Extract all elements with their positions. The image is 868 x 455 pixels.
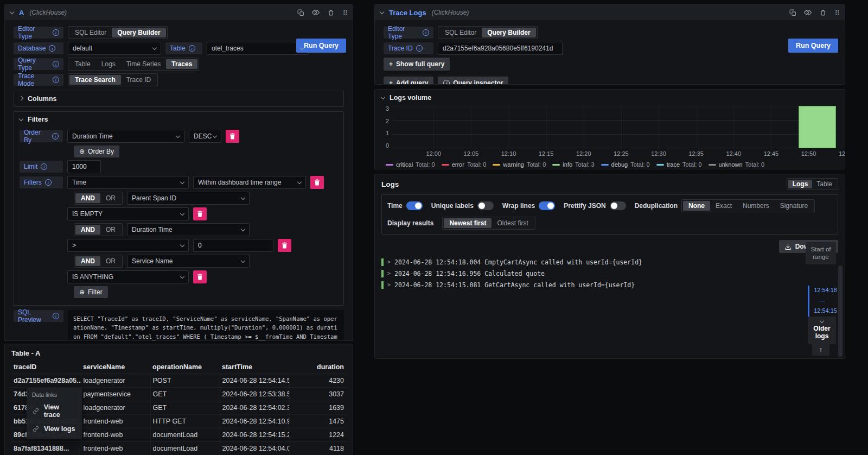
- delete-filter-button[interactable]: [193, 207, 207, 220]
- bool-or[interactable]: OR: [100, 225, 121, 235]
- expand-log-icon[interactable]: >: [387, 258, 391, 266]
- filter-field-select[interactable]: Service Name: [127, 255, 250, 268]
- trace-mode-group-trace-id[interactable]: Trace ID: [121, 75, 157, 85]
- context-menu-item-view-logs[interactable]: View logs: [27, 422, 82, 436]
- toggle-prettify-json[interactable]: [610, 201, 626, 210]
- info-icon[interactable]: i: [45, 179, 52, 186]
- trace-logs-header[interactable]: Trace Logs (ClickHouse) ⠿: [375, 5, 845, 20]
- copy-icon[interactable]: [789, 9, 796, 16]
- query-type-group-time-series[interactable]: Time Series: [121, 59, 167, 69]
- run-query-button[interactable]: Run Query: [788, 39, 838, 53]
- bool-and[interactable]: AND: [75, 256, 100, 266]
- filter-field-select[interactable]: Duration Time: [127, 223, 250, 236]
- legend-item-trace[interactable]: traceTotal: 0: [656, 161, 702, 168]
- run-query-button[interactable]: Run Query: [296, 39, 346, 53]
- deduplication-group-numbers[interactable]: Numbers: [737, 201, 775, 211]
- filter-operator-select[interactable]: IS EMPTY: [67, 207, 189, 220]
- column-header-duration[interactable]: duration: [289, 361, 347, 374]
- info-icon[interactable]: i: [49, 45, 55, 52]
- info-icon[interactable]: i: [53, 29, 59, 36]
- editor-type-group-sql-editor[interactable]: SQL Editor: [439, 28, 482, 37]
- display-results-group-newest-first[interactable]: Newest first: [444, 218, 492, 228]
- drag-handle-icon[interactable]: ⠿: [834, 9, 839, 17]
- context-menu-item-view-trace[interactable]: View trace: [27, 400, 82, 422]
- logs-view-toggle-table[interactable]: Table: [812, 180, 837, 188]
- query-type-group-traces[interactable]: Traces: [166, 59, 197, 69]
- log-range-indicator[interactable]: 12:54:18 — 12:54:15: [808, 286, 837, 319]
- legend-item-info[interactable]: infoTotal: 3: [552, 161, 594, 168]
- legend-item-error[interactable]: errorTotal: 0: [442, 161, 487, 168]
- editor-type-group-query-builder[interactable]: Query Builder: [482, 28, 535, 37]
- order-direction-select[interactable]: DESC: [189, 130, 221, 143]
- delete-filter-button[interactable]: [278, 239, 291, 252]
- editor-type-group-sql-editor[interactable]: SQL Editor: [69, 28, 112, 37]
- column-header-starttime[interactable]: startTime: [220, 361, 289, 374]
- bool-and[interactable]: AND: [75, 193, 100, 203]
- expand-log-icon[interactable]: >: [387, 270, 391, 277]
- delete-filter-button[interactable]: [193, 270, 207, 283]
- info-icon[interactable]: i: [53, 77, 59, 83]
- info-icon[interactable]: i: [423, 29, 429, 36]
- trash-icon[interactable]: [819, 9, 827, 16]
- info-icon[interactable]: i: [416, 45, 423, 52]
- bool-or[interactable]: OR: [100, 193, 121, 203]
- log-row[interactable]: >2024-06-28 12:54:16.956 Calculated quot…: [381, 270, 763, 277]
- copy-icon[interactable]: [297, 9, 304, 16]
- add-filter-button[interactable]: ⊕Filter: [74, 286, 108, 298]
- table-select[interactable]: otel_traces: [207, 42, 309, 55]
- delete-order-by-button[interactable]: [226, 130, 239, 143]
- trace-id-input[interactable]: d2a7155ef6a928a05680e5ff6190241d: [438, 42, 563, 55]
- toggle-time[interactable]: [406, 201, 423, 210]
- delete-time-filter-button[interactable]: [310, 176, 324, 189]
- time-filter-operator-select[interactable]: Within dashboard time range: [193, 176, 306, 189]
- editor-type-group-query-builder[interactable]: Query Builder: [112, 28, 165, 37]
- info-icon[interactable]: i: [52, 133, 59, 140]
- legend-item-unknown[interactable]: unknownTotal: 0: [709, 161, 765, 168]
- columns-section-header[interactable]: Columns: [20, 91, 338, 106]
- older-logs-button[interactable]: Older logs: [808, 317, 836, 344]
- info-icon[interactable]: i: [189, 45, 195, 52]
- collapse-chevron-icon[interactable]: [380, 9, 384, 14]
- logs-volume-header[interactable]: Logs volume: [375, 90, 845, 104]
- panel-a-header[interactable]: A (ClickHouse) ⠿: [5, 5, 353, 20]
- scroll-to-top-button[interactable]: ↑: [812, 343, 829, 356]
- plot-area[interactable]: 12:0012:0512:1012:1512:2012:2512:3012:35…: [392, 106, 837, 148]
- eye-icon[interactable]: [804, 9, 812, 16]
- info-icon[interactable]: i: [53, 61, 59, 67]
- toggle-unique-labels[interactable]: [477, 201, 494, 210]
- log-row[interactable]: >2024-06-28 12:54:18.004 EmptyCartAsync …: [381, 258, 763, 266]
- info-icon[interactable]: i: [53, 313, 59, 319]
- add-query-button[interactable]: +Add query: [384, 77, 433, 85]
- column-header-servicename[interactable]: serviceName: [81, 361, 150, 374]
- column-header-operationname[interactable]: operationName: [150, 361, 220, 374]
- trace-id-link[interactable]: d2a7155ef6a928a05...: [11, 374, 81, 387]
- logs-view-toggle-logs[interactable]: Logs: [788, 180, 813, 188]
- logs-scrollbar[interactable]: [838, 266, 843, 357]
- bool-or[interactable]: OR: [100, 256, 121, 266]
- limit-input[interactable]: 1000: [67, 160, 101, 173]
- time-filter-field-select[interactable]: Time: [67, 176, 189, 189]
- order-by-field-select[interactable]: Duration Time: [67, 130, 184, 143]
- column-header-traceid[interactable]: traceID: [11, 361, 81, 374]
- collapse-chevron-icon[interactable]: [10, 9, 14, 14]
- query-type-group-table[interactable]: Table: [69, 59, 96, 69]
- query-type-group-logs[interactable]: Logs: [96, 59, 121, 69]
- legend-item-critical[interactable]: criticalTotal: 0: [386, 161, 435, 168]
- deduplication-group-exact[interactable]: Exact: [710, 201, 737, 211]
- display-results-group-oldest-first[interactable]: Oldest first: [492, 218, 533, 228]
- add-order-by-button[interactable]: ⊕Order By: [74, 146, 119, 157]
- expand-log-icon[interactable]: >: [387, 281, 391, 289]
- query-inspector-button[interactable]: iQuery inspector: [438, 77, 508, 85]
- log-row[interactable]: >2024-06-28 12:54:15.081 GetCartAsync ca…: [381, 281, 763, 289]
- toggle-wrap-lines[interactable]: [539, 201, 555, 210]
- filter-operator-select[interactable]: IS ANYTHING: [67, 270, 189, 283]
- database-select[interactable]: default: [68, 42, 161, 55]
- deduplication-group-none[interactable]: None: [683, 201, 710, 211]
- filter-operator-select[interactable]: >: [67, 239, 189, 252]
- trace-mode-group-trace-search[interactable]: Trace Search: [69, 75, 121, 85]
- legend-item-debug[interactable]: debugTotal: 0: [601, 161, 650, 168]
- drag-handle-icon[interactable]: ⠿: [342, 9, 347, 17]
- filter-field-select[interactable]: Parent Span ID: [127, 192, 250, 205]
- deduplication-group-signature[interactable]: Signature: [775, 201, 813, 211]
- info-icon[interactable]: i: [41, 163, 47, 170]
